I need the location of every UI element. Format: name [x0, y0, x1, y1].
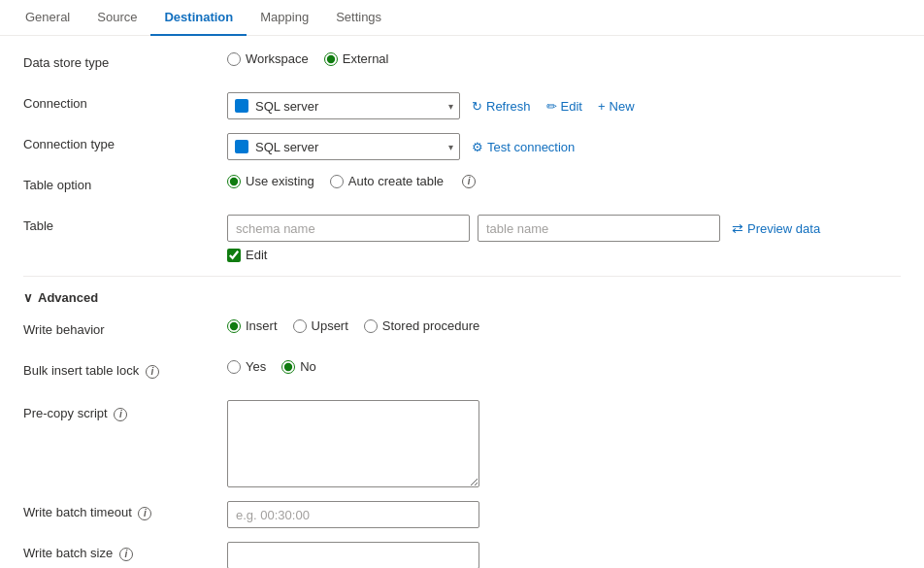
data-store-type-label: Data store type: [23, 51, 227, 70]
radio-no[interactable]: No: [281, 359, 316, 374]
bulk-insert-label: Bulk insert table lock i: [23, 359, 227, 379]
edit-checkbox-label: Edit: [246, 248, 267, 262]
radio-auto-create[interactable]: Auto create table: [330, 174, 444, 188]
table-option-label: Table option: [23, 174, 227, 192]
connection-label: Connection: [23, 92, 227, 111]
radio-upsert[interactable]: Upsert: [293, 318, 348, 333]
table-option-info-icon: i: [462, 175, 476, 188]
radio-insert-label: Insert: [246, 318, 278, 333]
tabs-bar: General Source Destination Mapping Setti…: [0, 0, 924, 36]
schema-name-input[interactable]: [227, 215, 470, 242]
bulk-insert-info-icon: i: [146, 365, 159, 379]
sql-icon-type: [235, 140, 248, 153]
chevron-down-advanced: ∨: [23, 290, 33, 305]
advanced-toggle[interactable]: ∨ Advanced: [23, 290, 901, 305]
test-connection-label: Test connection: [487, 140, 575, 154]
radio-no-label: No: [300, 359, 316, 374]
new-label: New: [610, 99, 635, 114]
edit-label: Edit: [561, 99, 582, 114]
edit-icon: ✏: [546, 99, 557, 114]
radio-auto-create-label: Auto create table: [348, 174, 444, 188]
table-inputs: ⇄ Preview data: [227, 215, 824, 242]
connection-select-wrapper: SQL server ▾: [227, 92, 460, 119]
radio-yes[interactable]: Yes: [227, 359, 266, 374]
pre-copy-script-input[interactable]: [227, 400, 479, 487]
edit-checkbox[interactable]: Edit: [227, 248, 824, 262]
edit-button[interactable]: ✏ Edit: [543, 97, 586, 116]
write-batch-timeout-input[interactable]: [227, 501, 479, 528]
connection-type-select[interactable]: SQL server: [227, 133, 460, 160]
pre-copy-script-label: Pre-copy script i: [23, 400, 227, 421]
table-name-input[interactable]: [478, 215, 720, 242]
connection-type-select-wrapper: SQL server ▾: [227, 133, 460, 160]
write-batch-size-info-icon: i: [119, 548, 133, 561]
write-batch-timeout-label: Write batch timeout i: [23, 501, 227, 520]
plus-icon: +: [598, 99, 606, 114]
write-behavior-label: Write behavior: [23, 318, 227, 337]
preview-data-label: Preview data: [747, 221, 820, 236]
preview-icon: ⇄: [732, 220, 743, 236]
divider: [23, 276, 901, 277]
connection-type-label: Connection type: [23, 133, 227, 151]
tab-destination[interactable]: Destination: [150, 0, 247, 36]
radio-stored-procedure-label: Stored procedure: [382, 318, 479, 333]
preview-data-button[interactable]: ⇄ Preview data: [728, 218, 824, 238]
refresh-label: Refresh: [486, 99, 531, 114]
radio-workspace[interactable]: Workspace: [227, 51, 309, 66]
radio-workspace-label: Workspace: [246, 51, 309, 66]
tab-source[interactable]: Source: [83, 0, 150, 36]
write-batch-size-input[interactable]: [227, 542, 479, 568]
advanced-label: Advanced: [38, 290, 98, 305]
tab-general[interactable]: General: [12, 0, 83, 36]
tab-settings[interactable]: Settings: [322, 0, 395, 36]
test-connection-button[interactable]: ⚙ Test connection: [468, 138, 578, 156]
refresh-button[interactable]: ↻ Refresh: [468, 97, 535, 116]
new-button[interactable]: + New: [594, 97, 639, 116]
pre-copy-info-icon: i: [114, 408, 127, 421]
test-icon: ⚙: [472, 140, 483, 154]
sql-icon-connection: [235, 99, 248, 113]
table-label: Table: [23, 215, 227, 233]
write-batch-timeout-info-icon: i: [138, 507, 151, 520]
refresh-icon: ↻: [472, 99, 482, 114]
write-batch-size-label: Write batch size i: [23, 542, 227, 561]
tab-mapping[interactable]: Mapping: [247, 0, 322, 36]
radio-yes-label: Yes: [246, 359, 266, 374]
radio-external-label: External: [343, 51, 389, 66]
connection-select[interactable]: SQL server: [227, 92, 460, 119]
radio-use-existing[interactable]: Use existing: [227, 174, 314, 188]
radio-insert[interactable]: Insert: [227, 318, 278, 333]
radio-external[interactable]: External: [324, 51, 389, 66]
radio-use-existing-label: Use existing: [246, 174, 314, 188]
radio-stored-procedure[interactable]: Stored procedure: [364, 318, 479, 333]
radio-upsert-label: Upsert: [312, 318, 348, 333]
